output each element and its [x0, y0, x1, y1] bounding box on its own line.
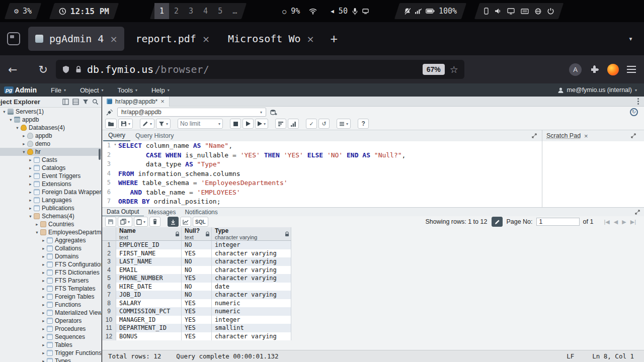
- tree-item-appdb[interactable]: ▸appdb: [0, 132, 101, 140]
- caret-right-icon[interactable]: ▸: [28, 157, 33, 162]
- cell[interactable]: NO: [182, 241, 212, 249]
- browser-tab-report[interactable]: report.pdf ×: [128, 27, 217, 51]
- tab-query-history[interactable]: Query History: [130, 130, 179, 141]
- zoom-level-badge[interactable]: 67%: [423, 64, 445, 75]
- tab-query[interactable]: Query: [103, 130, 130, 141]
- table-row[interactable]: 8SALARYYESnumeric: [102, 299, 644, 308]
- tree-item-countries[interactable]: ▸Countries: [0, 220, 101, 228]
- tree-item-languages[interactable]: ▸Languages: [0, 196, 101, 204]
- table-row[interactable]: 10MANAGER_IDYESinteger: [102, 316, 644, 324]
- cell[interactable]: date: [212, 283, 291, 291]
- tree-item-tables[interactable]: ▸Tables: [0, 341, 101, 349]
- explain-analyze-button[interactable]: [288, 119, 299, 129]
- next-page-icon[interactable]: ▶: [621, 218, 627, 226]
- row-number[interactable]: 3: [102, 257, 116, 266]
- tree-item-appdb[interactable]: ▾appdb: [0, 116, 101, 124]
- caret-right-icon[interactable]: ▸: [41, 262, 46, 267]
- power-icon[interactable]: [547, 8, 554, 15]
- prev-page-icon[interactable]: ◀: [613, 218, 619, 226]
- paste-button[interactable]: ▾: [134, 217, 148, 227]
- rollback-button[interactable]: ↺: [318, 119, 330, 129]
- panel-layout-icon[interactable]: [62, 99, 69, 105]
- cell[interactable]: DEPARTMENT_ID: [116, 324, 182, 332]
- tree-item-operators[interactable]: ▸Operators: [0, 317, 101, 325]
- grid-corner[interactable]: [102, 227, 116, 241]
- cell[interactable]: NO: [182, 283, 212, 291]
- list-tabs-chevron-icon[interactable]: ▾: [628, 34, 633, 43]
- copy-button[interactable]: ▾: [118, 217, 132, 227]
- firefox-extension-icon[interactable]: [607, 64, 619, 75]
- caret-right-icon[interactable]: ▸: [41, 254, 46, 259]
- table-row[interactable]: 11DEPARTMENT_IDYESsmallint: [102, 324, 644, 332]
- expand-editor-icon[interactable]: [532, 133, 537, 138]
- tree-item-employeesdepartments[interactable]: ▾EmployeesDepartments: [0, 228, 101, 236]
- caret-right-icon[interactable]: ▸: [28, 182, 33, 187]
- volume-indicator[interactable]: ◀ 50: [331, 7, 369, 16]
- tree-item-event-triggers[interactable]: ▸Event Triggers: [0, 172, 101, 180]
- cell[interactable]: smallint: [212, 324, 291, 332]
- sql-toggle-button[interactable]: SQL: [193, 217, 208, 227]
- cell[interactable]: numeric: [212, 299, 291, 308]
- tree-item-casts[interactable]: ▸Casts: [0, 156, 101, 164]
- open-file-button[interactable]: [105, 119, 117, 129]
- expand-output-icon[interactable]: [635, 210, 640, 215]
- workspace-3[interactable]: 3: [184, 3, 198, 19]
- cell[interactable]: YES: [182, 274, 212, 283]
- eol-indicator[interactable]: LF: [567, 352, 574, 360]
- cell[interactable]: NO: [182, 291, 212, 299]
- caret-down-icon[interactable]: ▾: [34, 230, 40, 235]
- cell[interactable]: character varying: [212, 266, 291, 275]
- tree-item-aggregates[interactable]: ▸Aggregates: [0, 236, 101, 244]
- tray-icons[interactable]: [474, 3, 564, 19]
- caret-right-icon[interactable]: ▸: [41, 350, 46, 355]
- connection-select[interactable]: hr/app@appdb ▾: [117, 108, 266, 117]
- caret-right-icon[interactable]: ▸: [28, 198, 33, 203]
- panel-grid-icon[interactable]: [72, 99, 79, 105]
- clock-indicator[interactable]: 12:15 PM: [49, 3, 119, 19]
- close-tab-icon[interactable]: ×: [202, 34, 210, 44]
- table-row[interactable]: 2FIRST_NAMEYEScharacter varying: [102, 249, 644, 258]
- tree-item-collations[interactable]: ▸Collations: [0, 244, 101, 252]
- phone-icon[interactable]: [484, 8, 489, 15]
- macro-button[interactable]: ▾: [337, 119, 351, 129]
- cell[interactable]: FIRST_NAME: [116, 249, 182, 258]
- account-icon[interactable]: A: [569, 63, 582, 76]
- workspace-1[interactable]: 1: [154, 3, 169, 19]
- caret-right-icon[interactable]: ▸: [41, 358, 46, 362]
- save-data-button[interactable]: [105, 217, 116, 227]
- caret-right-icon[interactable]: ▸: [41, 302, 46, 307]
- cell[interactable]: LAST_NAME: [116, 257, 182, 266]
- cell[interactable]: JOB_ID: [116, 291, 182, 299]
- caret-right-icon[interactable]: ▸: [41, 246, 46, 251]
- cell[interactable]: integer: [212, 316, 291, 324]
- cell[interactable]: EMPLOYEE_ID: [116, 241, 182, 249]
- caret-right-icon[interactable]: ▸: [34, 222, 40, 227]
- microphone-icon[interactable]: [352, 8, 358, 15]
- cell[interactable]: PHONE_NUMBER: [116, 274, 182, 283]
- tree-item-databases-4[interactable]: ▾Databases(4): [0, 124, 101, 132]
- cell[interactable]: YES: [182, 332, 212, 341]
- tree-item-procedures[interactable]: ▸Procedures: [0, 325, 101, 333]
- tree-item-fts-configurations[interactable]: ▸FTS Configurations: [0, 260, 101, 268]
- tree-item-catalogs[interactable]: ▸Catalogs: [0, 164, 101, 172]
- caret-right-icon[interactable]: ▸: [41, 238, 46, 243]
- explain-button[interactable]: [275, 119, 286, 129]
- table-row[interactable]: 9COMMISSION_PCTYESnumeric: [102, 307, 644, 316]
- menu-object[interactable]: Object▾: [80, 86, 104, 94]
- tree-item-publications[interactable]: ▸Publications: [0, 204, 101, 212]
- cell[interactable]: character varying: [212, 291, 291, 299]
- last-page-icon[interactable]: ▶|: [629, 218, 637, 226]
- column-header-null[interactable]: Null?text: [182, 227, 212, 241]
- tab-notifications[interactable]: Notifications: [180, 208, 222, 217]
- execute-button[interactable]: [243, 119, 254, 129]
- row-limit-select[interactable]: No limit ▾: [178, 119, 223, 129]
- caret-down-icon[interactable]: ▾: [28, 214, 33, 219]
- commit-button[interactable]: ✓: [306, 119, 317, 129]
- caret-right-icon[interactable]: ▸: [21, 133, 27, 138]
- close-tab-icon[interactable]: ×: [306, 34, 314, 44]
- menu-tools[interactable]: Tools▾: [118, 86, 137, 94]
- expand-scratch-pad-icon[interactable]: [631, 133, 636, 138]
- caret-right-icon[interactable]: ▸: [41, 342, 46, 347]
- page-number-input[interactable]: [536, 218, 580, 226]
- cell[interactable]: YES: [182, 324, 212, 332]
